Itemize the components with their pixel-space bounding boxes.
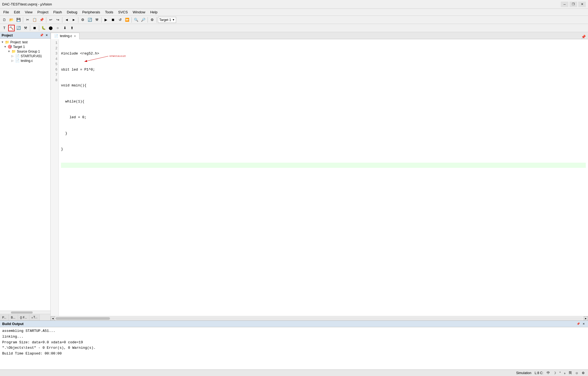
menu-item-svcs[interactable]: SVCS [116,9,130,15]
bottom-tab-templates[interactable]: ₀ T... [29,314,40,320]
build-output-header-buttons: 📌 ✕ [576,322,586,326]
undo-button[interactable]: ↩ [47,17,54,23]
toolbar-1: 🗋 📂 💾 ✂ 📋 📌 ↩ ↪ ◄ ► ⚙ 🔄 ⚒ ▶ ⏹ ↺ ⏩ 🔍 🔎 ⚙ … [0,16,588,24]
debug-button[interactable]: ▶ [103,17,109,23]
build-output-pin[interactable]: 📌 [576,322,580,326]
tree-icon-startup: 📄 [15,54,20,58]
tree-expander-testing: ▷ [11,59,15,62]
project-panel-title: Project [2,34,13,37]
menu-item-edit[interactable]: Edit [12,9,22,15]
bottom-tab-functions[interactable]: {} F... [18,314,29,320]
editor-tabs-left: 📄 testing.c ✕ [51,32,79,39]
translate-button[interactable]: T [1,25,8,31]
window-title: DAC-TEST\test.uvproj - µVision [2,2,52,6]
nav-back-button[interactable]: ◄ [63,17,70,23]
debug-reset-button[interactable]: ↺ [117,17,123,23]
menu-item-view[interactable]: View [23,9,35,15]
stop-build-button[interactable]: ⏹ [31,25,38,31]
code-line-3: void main(){ [61,83,586,88]
copy-button[interactable]: 📋 [31,17,38,23]
redo-button[interactable]: ↪ [54,17,61,23]
editor-scroll-track[interactable] [56,317,583,320]
editor-pin-button[interactable]: 📌 [579,35,588,39]
build-line-2: linking... [2,334,586,340]
target-dropdown[interactable]: Target 1 ▼ [158,17,176,23]
debug-run-button[interactable]: ⏩ [124,17,130,23]
editor-scroll-right[interactable]: ► [584,316,588,321]
tree-testing-file[interactable]: ▷ 📄 testing.c [0,58,50,63]
build-target-button[interactable]: 🔨 [8,25,15,31]
code-line-5: led = 0; [61,115,586,120]
menu-item-debug[interactable]: Debug [65,9,79,15]
build-output-header: Build Output 📌 ✕ [0,321,588,327]
code-line-7: } [61,147,586,152]
title-bar: DAC-TEST\test.uvproj - µVision ─ ❐ ✕ [0,0,588,9]
project-panel-pin[interactable]: 📌 [39,33,44,38]
editor-tab-close[interactable]: ✕ [74,35,76,38]
batch-build-button[interactable]: ⚒ [22,25,29,31]
batch-button[interactable]: ⚒ [94,17,100,23]
menu-item-window[interactable]: Window [130,9,147,15]
menu-item-project[interactable]: Project [35,9,50,15]
tree-startup-file[interactable]: ▷ 📄 STARTUP.A51 [0,54,50,58]
cursor-position: L:8 C: [535,371,543,375]
tree-project-root[interactable]: ▼ 📁 Project: test [0,40,50,44]
code-text[interactable]: #include <reg52.h> sbit led = P1^0; void… [59,39,588,316]
cut-button[interactable]: ✂ [24,17,31,23]
project-horizontal-scrollbar[interactable] [0,311,50,314]
tree-source-group[interactable]: ▼ 📁 Source Group 1 [0,49,50,54]
step-in-button[interactable]: ⬇ [62,25,68,31]
new-file-button[interactable]: 🗋 [1,17,8,23]
breakpoint-button[interactable]: ⬤ [47,25,54,31]
build-line-5: Build Time Elapsed: 00:00:00 [2,351,586,357]
rebuild-button[interactable]: 🔄 [87,17,93,23]
editor-scroll-thumb[interactable] [56,317,110,320]
project-scroll-thumb[interactable] [11,311,33,314]
editor-tab-testing-c[interactable]: 📄 testing.c ✕ [51,33,79,39]
project-tree: ▼ 📁 Project: test ▼ 🎯 Target 1 ▼ 📁 Sourc… [0,39,50,311]
target-dropdown-label: Target 1 [159,18,171,22]
editor-tab-icon: 📄 [54,34,58,38]
nav-fwd-button[interactable]: ► [71,17,77,23]
build-output-panel: Build Output 📌 ✕ assembling STARTUP.A51.… [0,320,588,369]
editor-area: 📄 testing.c ✕ 📌 1 2 3 4 5 6 7 8 [51,32,588,320]
step-out-button[interactable]: ⬆ [69,25,75,31]
bottom-tab-books[interactable]: B... [9,314,18,320]
menu-item-peripherals[interactable]: Peripherals [80,9,102,15]
minimize-button[interactable]: ─ [561,2,568,7]
simulation-status: Simulation [516,371,531,375]
paste-button[interactable]: 📌 [38,17,45,23]
menu-item-help[interactable]: Help [148,9,160,15]
project-panel-close[interactable]: ✕ [44,33,49,38]
close-button[interactable]: ✕ [578,2,586,7]
debug-start-button[interactable]: 🐛 [40,25,47,31]
editor-scroll-left[interactable]: ◄ [51,316,55,321]
toolbar-separator-3 [62,17,62,23]
project-bottom-tabs: P... B... {} F... ₀ T... [0,314,50,320]
clear-bp-button[interactable]: ○ [54,25,61,31]
menu-item-file[interactable]: File [1,9,11,15]
toolbar2-separator-2 [39,25,39,31]
build-button[interactable]: ⚙ [79,17,86,23]
replace-button[interactable]: 🔎 [140,17,146,23]
find-button[interactable]: 🔍 [133,17,139,23]
menu-item-flash[interactable]: Flash [51,9,64,15]
settings-icon[interactable]: ⚙ [582,371,585,375]
tree-target-1[interactable]: ▼ 🎯 Target 1 [0,44,50,49]
project-panel-header: Project 📌 ✕ [0,32,50,39]
open-file-button[interactable]: 📂 [8,17,15,23]
menu-item-tools[interactable]: Tools [103,9,115,15]
tree-icon-testing: 📄 [15,59,20,63]
rebuild-target-button[interactable]: 🔄 [15,25,22,31]
code-editor[interactable]: 1 2 3 4 5 6 7 8 #include <reg52.h> sbit … [51,39,588,316]
save-file-button[interactable]: 💾 [15,17,22,23]
debug-stop-button[interactable]: ⏹ [110,17,116,23]
bottom-tab-project[interactable]: P... [0,314,9,320]
smiley-icon[interactable]: ☺ [575,371,578,375]
toolbar-separator-5 [101,17,102,23]
settings-button[interactable]: ⚙ [149,17,155,23]
code-line-4: while(1){ [61,99,586,104]
build-output-close[interactable]: ✕ [581,322,586,326]
editor-horizontal-scrollbar[interactable]: ◄ ► [51,316,588,320]
maximize-button[interactable]: ❐ [569,2,577,7]
